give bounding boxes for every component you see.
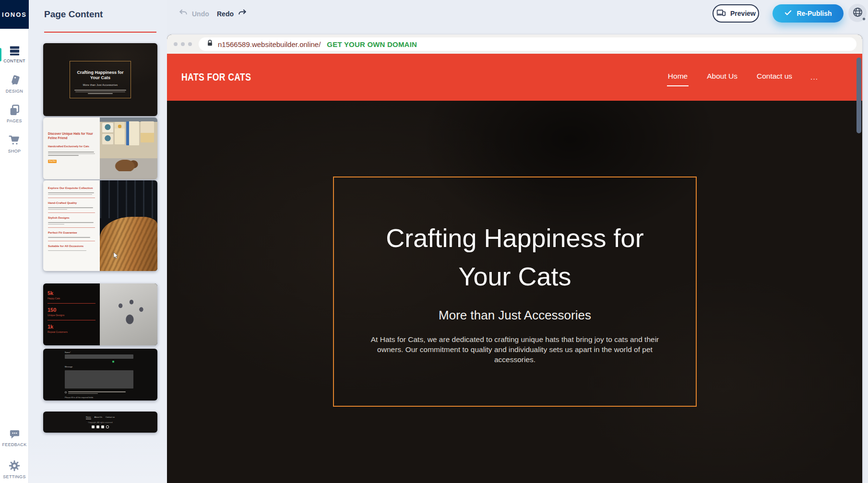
redo-label: Redo — [217, 10, 234, 18]
hero-subheading[interactable]: More than Just Accessories — [334, 308, 696, 323]
thumbnail-hero-subheading: More than Just Accessories — [83, 83, 118, 86]
divider — [48, 320, 95, 320]
check-icon — [784, 9, 792, 18]
thumbnail-contact-form-section[interactable]: Name* Message Please fill in all the req… — [43, 349, 157, 401]
nav-item-contact-us[interactable]: Contact us — [756, 68, 793, 86]
checkbox — [65, 391, 67, 393]
panel-bottom-fade — [29, 440, 167, 483]
thumbnail-hero-heading: Crafting Happiness for Your Cats — [74, 70, 127, 81]
language-globe-button[interactable] — [848, 4, 867, 22]
placeholder-text-lines — [48, 236, 95, 238]
stat-value: 150 — [48, 307, 100, 313]
globe-notification-dot — [862, 17, 866, 21]
left-rail: IONOS CONTENT DESIGN PAGES SHOP — [0, 0, 29, 483]
thumbnail-stats-section[interactable]: 5k Happy Cats 150 Unique Designs 1k Repe… — [43, 283, 157, 345]
photo-background-streaks — [100, 180, 157, 218]
canvas-scrollbar-thumb[interactable] — [856, 58, 861, 133]
content-icon — [9, 45, 21, 56]
thumbnail-collection-section[interactable]: Explore Our Exquisite Collection Hand-Cr… — [43, 180, 157, 271]
thumbnail-shop-now-button: Shop Now — [48, 160, 57, 163]
thumbnail-footer-links: Home About Us Contact us — [86, 416, 115, 419]
rail-item-label: CONTENT — [3, 59, 25, 63]
republish-button[interactable]: Re-Publish — [773, 4, 844, 23]
form-name-input — [65, 354, 133, 359]
form-required-note: Please fill in all the required fields — [65, 396, 133, 399]
divider — [48, 227, 95, 228]
form-consent-checkbox-row — [65, 391, 133, 394]
placeholder-text-lines — [48, 221, 95, 224]
collection-heading: Stylish Designs — [48, 216, 95, 219]
thumbnail-hero-section[interactable]: Crafting Happiness for Your Cats More th… — [43, 43, 157, 116]
rail-item-label: PAGES — [7, 118, 22, 123]
hero-selection-box[interactable]: Crafting Happiness for Your Cats More th… — [333, 177, 697, 407]
lock-icon — [206, 39, 214, 49]
nav-item-about-us[interactable]: About Us — [706, 68, 738, 86]
ionos-logo-text: IONOS — [2, 11, 27, 18]
thumbnail-footer-copyright: Copyright. All rights reserved — [88, 421, 112, 424]
nav-item-home[interactable]: Home — [667, 68, 689, 86]
undo-icon — [178, 8, 188, 19]
site-url: n1566589.websitebuilder.online/ — [218, 40, 321, 48]
cat-fur-shape — [100, 217, 157, 271]
stat-label: Happy Cats — [48, 297, 100, 300]
hero-section[interactable]: Crafting Happiness for Your Cats More th… — [167, 101, 862, 483]
form-message-textarea — [65, 370, 133, 389]
stat-value: 5k — [48, 290, 100, 296]
mouse-cursor — [113, 252, 119, 261]
panel-title: Page Content — [44, 9, 103, 20]
feedback-bubble-icon — [9, 429, 21, 440]
site-header: HATS FOR CATS Home About Us Contact us .… — [167, 54, 862, 101]
thumbnail-tabby-cat-photo — [100, 180, 157, 271]
placeholder-text-lines — [48, 151, 95, 156]
rail-item-settings[interactable]: SETTINGS — [0, 459, 29, 479]
thumbnail-discover-section[interactable]: Discover Unique Hats for Your Feline Fri… — [43, 118, 157, 179]
thumbnail-footer-section[interactable]: Home About Us Contact us Copyright. All … — [43, 412, 157, 433]
shop-cart-icon — [8, 134, 21, 146]
placeholder-text-lines — [48, 191, 95, 195]
cat-photo-shape — [113, 160, 139, 171]
rail-item-label: DESIGN — [6, 89, 23, 94]
browser-window-dots — [174, 42, 192, 46]
undo-button[interactable]: Undo — [178, 8, 209, 19]
settings-gear-icon — [8, 459, 21, 472]
pages-icon — [9, 104, 21, 116]
preview-button[interactable]: Preview — [713, 4, 759, 23]
collection-heading: Hand-Crafted Quality — [48, 201, 95, 204]
rail-item-label: FEEDBACK — [2, 442, 27, 447]
divider — [48, 212, 95, 213]
placeholder-text-lines — [68, 391, 126, 394]
undo-label: Undo — [192, 10, 209, 18]
rail-item-shop[interactable]: SHOP — [0, 134, 29, 153]
stat-label: Unique Designs — [48, 314, 100, 317]
thumbnail-paw-print-photo — [100, 283, 157, 345]
stat-label: Repeat Customers — [48, 330, 100, 333]
thumbnail-social-icons — [92, 425, 109, 428]
thumbnail-discover-text: Discover Unique Hats for Your Feline Fri… — [43, 118, 100, 179]
panel-title-underline — [44, 32, 156, 33]
divider — [48, 198, 95, 198]
placeholder-text-lines — [48, 206, 95, 210]
collection-heading: Perfect Fit Guarantee — [48, 231, 95, 234]
browser-address-bar[interactable]: n1566589.websitebuilder.online/ GET YOUR… — [199, 37, 856, 51]
form-message-label: Message — [65, 365, 72, 368]
ionos-logo[interactable]: IONOS — [0, 0, 29, 29]
get-your-own-domain-link[interactable]: GET YOUR OWN DOMAIN — [327, 40, 417, 48]
thumbnail-contact-form: Name* Message Please fill in all the req… — [65, 351, 133, 401]
hero-body-text[interactable]: At Hats for Cats, we are dedicated to cr… — [359, 334, 670, 365]
site-logo-text[interactable]: HATS FOR CATS — [181, 71, 251, 83]
redo-button[interactable]: Redo — [217, 8, 247, 19]
nav-more-menu[interactable]: ... — [810, 73, 818, 82]
hero-heading[interactable]: Crafting Happiness for Your Cats — [361, 219, 668, 295]
browser-chrome-bar: n1566589.websitebuilder.online/ GET YOUR… — [167, 35, 862, 54]
rail-item-content[interactable]: CONTENT — [0, 45, 29, 63]
globe-icon — [852, 7, 863, 20]
divider — [48, 303, 95, 304]
rail-item-label: SHOP — [8, 149, 21, 153]
site-preview-canvas: n1566589.websitebuilder.online/ GET YOUR… — [167, 35, 862, 483]
republish-label: Re-Publish — [797, 10, 832, 17]
rail-item-feedback[interactable]: FEEDBACK — [0, 429, 29, 447]
rail-item-design[interactable]: DESIGN — [0, 74, 29, 94]
rail-item-pages[interactable]: PAGES — [0, 104, 29, 123]
stat-value: 1k — [48, 324, 100, 330]
redo-icon — [238, 8, 247, 19]
